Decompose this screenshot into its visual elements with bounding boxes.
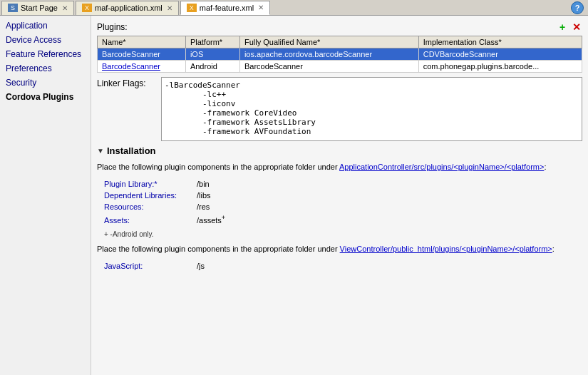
javascript-label: JavaScript: <box>104 262 197 270</box>
tab-maf-application[interactable]: X maf-application.xml ✕ <box>76 1 179 15</box>
sidebar-item-feature-references[interactable]: Feature References <box>0 47 91 61</box>
tab-group: S Start Page ✕ X maf-application.xml ✕ X… <box>1 0 272 15</box>
plugin-android-name-link[interactable]: BarcodeScanner <box>102 62 160 71</box>
plugin-ios-platform: iOS <box>185 48 239 61</box>
collapse-icon[interactable]: ▼ <box>97 147 104 155</box>
assets-value: /assets+ <box>197 214 225 225</box>
assets-label: Assets: <box>104 216 197 225</box>
maf-application-icon: X <box>82 4 92 12</box>
tab-maf-application-label: maf-application.xml <box>95 4 163 12</box>
tab-maf-feature-close[interactable]: ✕ <box>258 4 264 11</box>
linker-flags-row: Linker Flags: -lBarcodeScanner -lc++ -li… <box>97 77 582 141</box>
dependent-libraries-value: /libs <box>197 191 211 200</box>
install-fields-1: Plugin Library:* /bin Dependent Librarie… <box>104 180 582 225</box>
resources-label: Resources: <box>104 202 197 211</box>
plugin-row-ios[interactable]: BarcodeScanner iOS ios.apache.cordova.ba… <box>98 48 582 61</box>
install-desc-1: Place the following plugin components in… <box>97 162 582 173</box>
install-desc-2: Place the following plugin components in… <box>97 244 582 255</box>
field-row-javascript: JavaScript: /js <box>104 262 582 270</box>
tab-start-page[interactable]: S Start Page ✕ <box>1 1 74 15</box>
tab-maf-feature-label: maf-feature.xml <box>200 4 254 12</box>
help-button[interactable]: ? <box>571 1 584 14</box>
tab-maf-feature[interactable]: X maf-feature.xml ✕ <box>180 1 270 15</box>
plugins-title: Plugins: <box>97 22 128 32</box>
tab-start-page-label: Start Page <box>21 4 58 12</box>
plugin-table: Name* Platform* Fully Qualified Name* Im… <box>97 36 582 73</box>
footnote: + -Android only. <box>104 230 582 238</box>
sidebar-item-device-access[interactable]: Device Access <box>0 33 91 47</box>
field-row-resources: Resources: /res <box>104 202 582 211</box>
content-area: Plugins: + ✕ Name* Platform* Fully Quali… <box>91 16 588 375</box>
col-impl: Implementation Class* <box>418 36 582 48</box>
resources-value: /res <box>197 202 210 211</box>
linker-flags-label: Linker Flags: <box>97 77 161 88</box>
field-row-dependent-libraries: Dependent Libraries: /libs <box>104 191 582 200</box>
col-platform: Platform* <box>185 36 239 48</box>
installation-header: ▼ Installation <box>97 145 582 156</box>
plugins-header: Plugins: + ✕ <box>97 21 582 33</box>
plugin-library-label: Plugin Library:* <box>104 180 197 188</box>
install-fields-2: JavaScript: /js <box>104 262 582 270</box>
col-name: Name* <box>98 36 186 48</box>
plugin-library-value: /bin <box>197 180 210 188</box>
col-fqn: Fully Qualified Name* <box>239 36 418 48</box>
plugin-android-fqn: BarcodeScanner <box>239 61 418 73</box>
view-controller-path[interactable]: ViewController/public_html/plugins/<plug… <box>340 245 552 253</box>
tab-maf-application-close[interactable]: ✕ <box>167 4 172 12</box>
tab-bar: S Start Page ✕ X maf-application.xml ✕ X… <box>0 0 588 16</box>
sidebar-item-preferences[interactable]: Preferences <box>0 61 91 76</box>
plugin-ios-fqn: ios.apache.cordova.barcodeScanner <box>239 48 418 61</box>
tab-start-page-close[interactable]: ✕ <box>62 4 68 12</box>
sidebar-item-application[interactable]: Application <box>0 19 91 33</box>
add-plugin-button[interactable]: + <box>557 21 568 33</box>
plugin-ios-name: BarcodeScanner <box>98 48 186 61</box>
sidebar-item-cordova-plugins[interactable]: Cordova Plugins <box>0 90 91 104</box>
dependent-libraries-label: Dependent Libraries: <box>104 191 197 200</box>
field-row-assets: Assets: /assets+ <box>104 214 582 225</box>
installation-title: Installation <box>107 145 156 156</box>
app-controller-path[interactable]: ApplicationController/src/plugins/<plugi… <box>339 163 544 171</box>
plugin-android-platform: Android <box>185 61 239 73</box>
linker-flags-textarea[interactable]: -lBarcodeScanner -lc++ -liconv -framewor… <box>161 77 582 141</box>
plugin-row-android[interactable]: BarcodeScanner Android BarcodeScanner co… <box>98 61 582 73</box>
javascript-value: /js <box>197 262 205 270</box>
assets-superscript: + <box>222 214 225 221</box>
maf-feature-icon: X <box>187 4 197 12</box>
plugin-android-impl: com.phonegap.plugins.barcode... <box>418 61 582 73</box>
start-page-icon: S <box>8 4 18 12</box>
sidebar: Application Device Access Feature Refere… <box>0 16 91 375</box>
sidebar-item-security[interactable]: Security <box>0 76 91 90</box>
plugin-android-name: BarcodeScanner <box>98 61 186 73</box>
field-row-plugin-library: Plugin Library:* /bin <box>104 180 582 188</box>
remove-plugin-button[interactable]: ✕ <box>571 21 582 33</box>
main-layout: Application Device Access Feature Refere… <box>0 16 588 375</box>
plugin-ios-impl: CDVBarcodeScanner <box>418 48 582 61</box>
